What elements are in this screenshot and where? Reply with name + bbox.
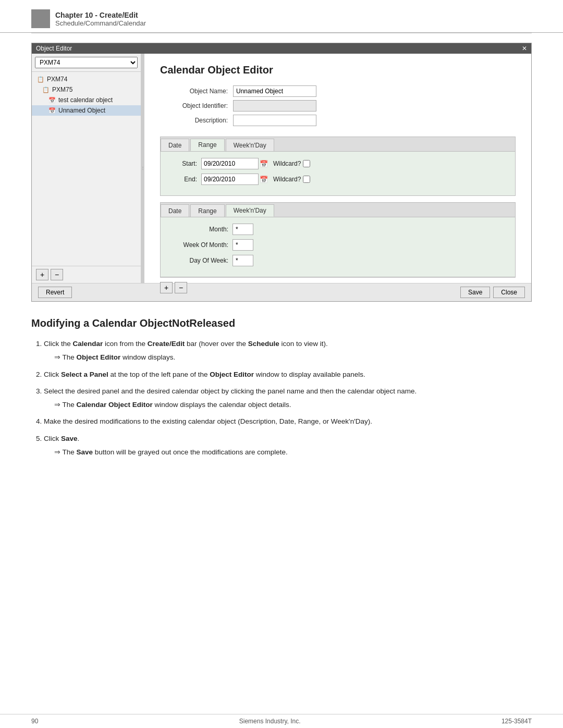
week-of-month-label: Week Of Month:: [171, 241, 228, 249]
start-label: Start:: [171, 160, 197, 167]
end-calendar-icon[interactable]: 📅: [260, 176, 268, 183]
remove-entry-button[interactable]: −: [175, 282, 187, 293]
step-1: Click the Calendar icon from the Create/…: [44, 339, 532, 363]
left-pane: PXM74 📋 PXM74 📋 PXM75 📅 test calendar ob…: [32, 54, 141, 283]
remove-item-button[interactable]: −: [51, 269, 63, 280]
tree-item-pxm75[interactable]: 📋 PXM75: [32, 84, 141, 95]
day-of-week-row: Day Of Week:: [171, 255, 505, 266]
object-editor-titlebar: Object Editor ✕: [32, 43, 531, 54]
day-of-week-input[interactable]: [232, 255, 253, 266]
object-id-input[interactable]: [233, 100, 316, 112]
company-name: Siemens Industry, Inc.: [239, 718, 301, 725]
tab-date-2[interactable]: Date: [161, 204, 189, 217]
object-name-label: Object Name:: [160, 88, 233, 95]
bottom-right-buttons: Save Close: [460, 287, 525, 298]
object-id-label: Object Identifier:: [160, 102, 233, 109]
description-input[interactable]: [233, 115, 316, 126]
right-pane: Calendar Object Editor Object Name: Obje…: [144, 54, 531, 283]
tree-label-pxm74: PXM74: [47, 76, 67, 83]
step-3-result: The Calendar Object Editor window displa…: [44, 400, 532, 410]
tab-weeknday-1[interactable]: Week'n'Day: [226, 139, 274, 151]
doc-number: 125-3584T: [501, 718, 532, 725]
page-number: 90: [31, 718, 38, 725]
end-label: End:: [171, 176, 197, 183]
tab-section-1: Date Range Week'n'Day Start: 📅 Wildcard?: [160, 137, 516, 196]
tree-label-test-cal: test calendar object: [58, 96, 113, 104]
end-date-input[interactable]: [201, 174, 259, 185]
description-label: Description:: [160, 117, 233, 124]
add-item-button[interactable]: +: [36, 269, 48, 280]
add-entry-button[interactable]: +: [160, 282, 173, 293]
start-date-input[interactable]: [201, 158, 259, 169]
page-footer: 90 Siemens Industry, Inc. 125-3584T: [0, 714, 563, 728]
end-wildcard-label: Wildcard?: [273, 176, 301, 183]
tree-item-unnamed[interactable]: 📅 Unnamed Object: [32, 105, 141, 116]
start-calendar-icon[interactable]: 📅: [260, 160, 268, 168]
instructions: Click the Calendar icon from the Create/…: [31, 339, 532, 458]
main-content: Modifying a Calendar ObjectNotReleased C…: [0, 302, 563, 474]
end-date-field: 📅: [201, 174, 268, 185]
start-wildcard-checkbox[interactable]: [303, 160, 310, 167]
start-date-field: 📅: [201, 158, 268, 169]
step-3: Select the desired panel and the desired…: [44, 386, 532, 411]
save-button[interactable]: Save: [460, 287, 490, 298]
week-of-month-row: Week Of Month:: [171, 239, 505, 251]
panel-select[interactable]: PXM74: [35, 57, 138, 68]
month-label: Month:: [171, 226, 228, 233]
description-row: Description:: [160, 115, 516, 126]
object-editor-body: PXM74 📋 PXM74 📋 PXM75 📅 test calendar ob…: [32, 54, 531, 283]
left-pane-tree: 📋 PXM74 📋 PXM75 📅 test calendar object 📅…: [32, 72, 141, 266]
object-editor-window: Object Editor ✕ PXM74 📋 PXM74 📋 PXM75: [31, 43, 532, 302]
revert-button[interactable]: Revert: [38, 287, 72, 298]
tab-date-1[interactable]: Date: [161, 139, 189, 151]
week-of-month-input[interactable]: [232, 239, 253, 251]
object-name-input[interactable]: [233, 85, 316, 97]
cal-icon-unnamed: 📅: [48, 107, 56, 114]
day-of-week-label: Day Of Week:: [171, 257, 228, 264]
object-id-row: Object Identifier:: [160, 100, 516, 112]
chapter-icon: [31, 9, 50, 28]
end-wildcard-checkbox[interactable]: [303, 176, 310, 183]
tree-label-pxm75: PXM75: [52, 86, 72, 93]
editor-title: Calendar Object Editor: [160, 64, 516, 76]
tab-range-2[interactable]: Range: [190, 204, 224, 217]
close-icon[interactable]: ✕: [522, 45, 527, 52]
tab-content-range: Start: 📅 Wildcard? End: 📅: [161, 152, 515, 195]
start-wildcard-label: Wildcard?: [273, 160, 301, 167]
tab-bar-1: Date Range Week'n'Day: [161, 137, 515, 152]
tab-content-weeknday: Month: Week Of Month: Day Of Week:: [161, 217, 515, 277]
end-row: End: 📅 Wildcard?: [171, 174, 505, 185]
header-divider: [31, 33, 532, 33]
start-row: Start: 📅 Wildcard?: [171, 158, 505, 169]
sub-title: Schedule/Command/Calendar: [55, 19, 146, 27]
page-header: Chapter 10 - Create/Edit Schedule/Comman…: [0, 0, 563, 33]
tab-bar-2: Date Range Week'n'Day: [161, 203, 515, 217]
step-2: Click Select a Panel at the top of the l…: [44, 369, 532, 380]
step-4: Make the desired modifications to the ex…: [44, 416, 532, 427]
panel-icon-pxm75: 📋: [42, 87, 50, 93]
month-input[interactable]: [232, 224, 253, 235]
tree-item-pxm74[interactable]: 📋 PXM74: [32, 74, 141, 84]
chapter-title: Chapter 10 - Create/Edit: [55, 11, 146, 19]
tree-item-test-cal[interactable]: 📅 test calendar object: [32, 95, 141, 105]
step-5: Click Save. The Save button will be gray…: [44, 434, 532, 458]
panel-icon-pxm74: 📋: [37, 76, 44, 83]
close-button[interactable]: Close: [493, 287, 525, 298]
tab-section-2: Date Range Week'n'Day Month: Week Of Mon…: [160, 202, 516, 277]
tab-weeknday-2[interactable]: Week'n'Day: [226, 204, 274, 217]
section-heading: Modifying a Calendar ObjectNotReleased: [31, 317, 532, 329]
left-pane-dropdown[interactable]: PXM74: [32, 54, 141, 72]
month-row: Month:: [171, 224, 505, 235]
tab-range-1[interactable]: Range: [190, 139, 224, 151]
step-1-result: The Object Editor window displays.: [44, 352, 532, 363]
object-name-row: Object Name:: [160, 85, 516, 97]
tree-label-unnamed: Unnamed Object: [58, 107, 105, 114]
titlebar-label: Object Editor: [36, 45, 72, 52]
cal-icon-test: 📅: [48, 97, 56, 104]
step-5-result: The Save button will be grayed out once …: [44, 447, 532, 458]
left-pane-toolbar: + −: [32, 266, 141, 283]
